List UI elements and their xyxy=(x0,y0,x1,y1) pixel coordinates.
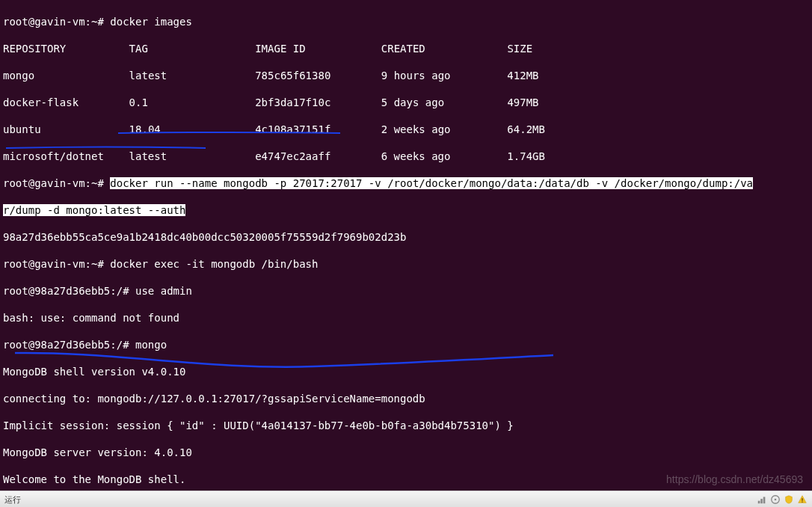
prompt: root@gavin-vm:~# xyxy=(3,258,104,270)
svg-rect-1 xyxy=(760,499,763,503)
table-row: ubuntu 18.04 4c108a37151f 2 weeks ago 64… xyxy=(3,123,809,136)
tray-network-icon[interactable] xyxy=(757,494,767,505)
svg-point-4 xyxy=(775,498,777,500)
status-text: 运行 xyxy=(4,493,21,506)
container-id-output: 98a27d36ebb55ca5ce9a1b2418dc40b00dcc5032… xyxy=(3,230,809,244)
command-use-admin: use admin xyxy=(135,285,192,297)
watermark-text: https://blog.csdn.net/dz45693 xyxy=(666,473,803,486)
prompt: root@98a27d36ebb5:/# xyxy=(3,339,129,351)
command-docker-run-highlighted: docker run --name mongodb -p 27017:27017… xyxy=(110,177,753,189)
table-row: mongo latest 785c65f61380 9 hours ago 41… xyxy=(3,69,809,82)
svg-rect-2 xyxy=(763,497,766,503)
svg-rect-0 xyxy=(758,500,760,503)
tray-disk-icon[interactable] xyxy=(770,494,781,505)
mongo-output: connecting to: mongodb://127.0.0.1:27017… xyxy=(3,392,809,405)
prompt: root@gavin-vm:~# xyxy=(3,177,104,189)
status-bar: 运行 xyxy=(0,491,812,507)
command-docker-run-highlighted: r/dump -d mongo:latest --auth xyxy=(3,204,185,216)
svg-rect-5 xyxy=(802,498,802,501)
tray-icons xyxy=(757,494,808,505)
col-header: REPOSITORY TAG IMAGE ID CREATED SIZE xyxy=(3,43,532,55)
mongo-output: Implicit session: session { "id" : UUID(… xyxy=(3,419,809,432)
command-docker-images: docker images xyxy=(110,16,192,28)
terminal-window[interactable]: root@gavin-vm:~# docker images REPOSITOR… xyxy=(0,0,812,507)
svg-rect-6 xyxy=(802,501,802,502)
command-mongo: mongo xyxy=(135,339,167,351)
command-docker-exec: docker exec -it mongodb /bin/bash xyxy=(110,258,318,270)
prompt: root@gavin-vm:~# xyxy=(3,16,104,28)
table-row: docker-flask 0.1 2bf3da17f10c 5 days ago… xyxy=(3,96,809,109)
mongo-output: MongoDB server version: 4.0.10 xyxy=(3,446,809,459)
prompt: root@98a27d36ebb5:/# xyxy=(3,285,129,297)
mongo-output: MongoDB shell version v4.0.10 xyxy=(3,365,809,378)
tray-warning-icon[interactable] xyxy=(797,494,808,505)
bash-error: bash: use: command not found xyxy=(3,311,809,325)
tray-shield-icon[interactable] xyxy=(784,494,794,505)
table-row: microsoft/dotnet latest e4747ec2aaff 6 w… xyxy=(3,150,809,163)
